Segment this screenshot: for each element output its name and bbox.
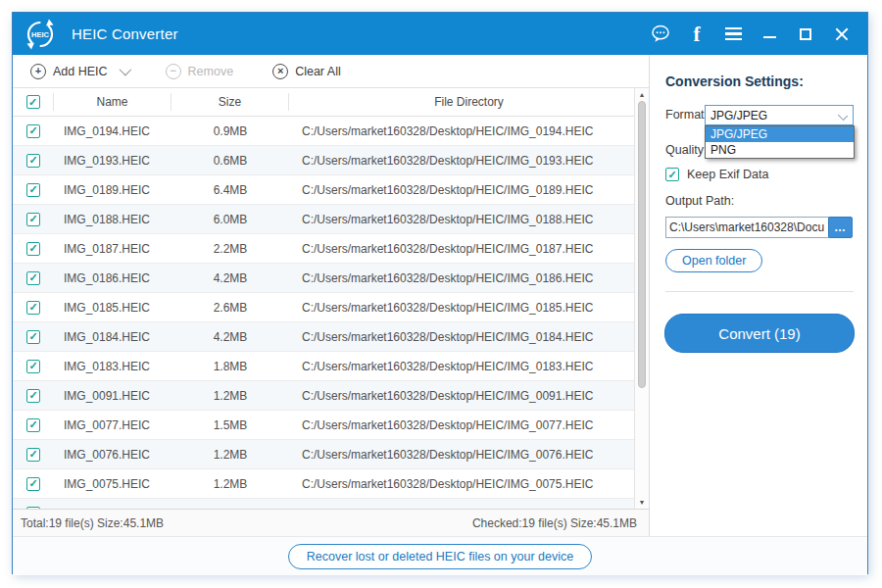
output-path-input[interactable] <box>665 217 829 238</box>
file-name: IMG_0193.HEIC <box>54 154 172 168</box>
table-row[interactable]: ✓ IMG_0188.HEIC 6.0MB C:/Users/market160… <box>13 205 649 234</box>
row-checkbox[interactable]: ✓ <box>26 124 40 138</box>
select-all-checkbox[interactable]: ✓ <box>26 95 40 109</box>
recover-files-button[interactable]: Recover lost or deleted HEIC files on yo… <box>288 544 592 569</box>
open-folder-button[interactable]: Open folder <box>665 249 762 272</box>
row-checkbox[interactable]: ✓ <box>26 448 40 462</box>
row-checkbox[interactable]: ✓ <box>26 183 40 197</box>
row-checkbox[interactable]: ✓ <box>26 360 40 373</box>
row-checkbox[interactable]: ✓ <box>26 213 40 226</box>
table-row[interactable]: ✓ IMG_0185.HEIC 2.6MB C:/Users/market160… <box>13 293 649 322</box>
keep-exif-checkbox[interactable]: ✓ <box>665 168 679 181</box>
file-size: 6.4MB <box>172 183 289 197</box>
remove-button[interactable]: − Remove <box>166 64 234 79</box>
table-row[interactable]: ✓ IMG_0184.HEIC 4.2MB C:/Users/market160… <box>13 322 649 352</box>
minimize-button[interactable] <box>760 24 779 44</box>
file-path: C:/Users/market160328/Desktop/HEIC/IMG_0… <box>289 389 649 403</box>
format-select[interactable]: JPG/JPEG <box>705 105 854 125</box>
browse-button[interactable]: … <box>828 217 853 238</box>
file-size: 1.2MB <box>172 448 289 462</box>
table-row[interactable]: ✓ IMG_0186.HEIC 4.2MB C:/Users/market160… <box>13 264 649 293</box>
table-row[interactable]: ✓ IMG_0194.HEIC 0.9MB C:/Users/market160… <box>13 117 649 146</box>
file-path: C:/Users/market160328/Desktop/HEIC/IMG_0… <box>289 242 649 256</box>
close-icon <box>835 27 849 41</box>
toolbar: + Add HEIC − Remove × Clear All <box>13 55 649 88</box>
column-header-size: Size <box>172 93 289 111</box>
file-size: 0.9MB <box>172 124 289 138</box>
output-path-row: … <box>665 217 853 238</box>
table-row[interactable]: ✓ IMG_0075.HEIC 1.2MB C:/Users/market160… <box>13 469 649 499</box>
convert-button[interactable]: Convert (19) <box>664 314 855 353</box>
scroll-up-icon[interactable]: ▲ <box>635 91 649 98</box>
file-path: C:/Users/market160328/Desktop/HEIC/IMG_0… <box>289 271 649 285</box>
format-option-png[interactable]: PNG <box>706 142 854 158</box>
row-checkbox[interactable]: ✓ <box>26 271 40 285</box>
file-size: 1.2MB <box>172 389 289 403</box>
status-checked: Checked:19 file(s) Size:45.1MB <box>472 516 637 530</box>
file-path: C:/Users/market160328/Desktop/HEIC/IMG_0… <box>289 124 649 138</box>
clear-all-icon: × <box>272 64 288 79</box>
footer-bar: Recover lost or deleted HEIC files on yo… <box>13 536 867 575</box>
format-option-jpg[interactable]: JPG/JPEG <box>706 126 854 142</box>
table-row[interactable]: ✓ IMG_0189.HEIC 6.4MB C:/Users/market160… <box>13 175 649 205</box>
file-path: C:/Users/market160328/Desktop/HEIC/IMG_0… <box>289 154 649 168</box>
output-path-label: Output Path: <box>665 191 734 212</box>
maximize-button[interactable] <box>796 24 815 44</box>
row-checkbox[interactable]: ✓ <box>26 389 40 403</box>
facebook-icon[interactable]: f <box>687 24 707 44</box>
table-row[interactable]: ✓ IMG_0076.HEIC 1.2MB C:/Users/market160… <box>13 440 649 469</box>
keep-exif-label: Keep Exif Data <box>687 168 768 181</box>
add-heic-button[interactable]: + Add HEIC <box>30 64 108 79</box>
panel-divider <box>665 291 854 292</box>
keep-exif-row: ✓ Keep Exif Data <box>665 168 768 181</box>
file-table-body: ✓ IMG_0194.HEIC 0.9MB C:/Users/market160… <box>13 117 649 509</box>
file-name: IMG_0183.HEIC <box>54 360 172 373</box>
row-checkbox[interactable]: ✓ <box>26 301 40 315</box>
row-checkbox[interactable]: ✓ <box>26 477 40 491</box>
table-row[interactable]: ✓ IMG_0091.HEIC 1.2MB C:/Users/market160… <box>13 381 649 411</box>
file-name: IMG_0076.HEIC <box>54 448 172 462</box>
add-heic-chevron-down-icon[interactable] <box>119 64 131 76</box>
file-size: 0.6MB <box>172 154 289 168</box>
file-name: IMG_0075.HEIC <box>54 477 172 491</box>
file-size: 2.6MB <box>172 301 289 315</box>
row-checkbox[interactable]: ✓ <box>26 507 40 510</box>
column-header-name: Name <box>54 93 172 111</box>
format-label: Format: <box>665 105 708 125</box>
scrollbar-thumb[interactable] <box>638 101 646 388</box>
clear-all-button[interactable]: × Clear All <box>272 64 341 79</box>
table-row[interactable]: ✓ IMG_0187.HEIC 2.2MB C:/Users/market160… <box>13 234 649 264</box>
clear-all-label: Clear All <box>295 65 341 78</box>
file-path: C:/Users/market160328/Desktop/HEIC/IMG_0… <box>289 213 649 226</box>
format-selected-value: JPG/JPEG <box>710 109 767 122</box>
menu-icon[interactable] <box>723 24 743 44</box>
vertical-scrollbar[interactable]: ▲ ▼ <box>634 88 649 509</box>
remove-label: Remove <box>188 65 234 78</box>
file-name: IMG_0091.HEIC <box>54 389 172 403</box>
file-size: 4.2MB <box>172 330 289 344</box>
table-row[interactable]: ✓ IMG_0077.HEIC 1.5MB C:/Users/market160… <box>13 411 649 440</box>
row-checkbox[interactable]: ✓ <box>26 418 40 432</box>
scroll-down-icon[interactable]: ▼ <box>635 499 649 506</box>
column-header-directory: File Directory <box>289 93 649 111</box>
row-checkbox[interactable]: ✓ <box>26 242 40 256</box>
feedback-icon[interactable] <box>651 24 670 44</box>
file-size: 4.2MB <box>172 271 289 285</box>
add-icon: + <box>30 64 46 79</box>
svg-text:HEIC: HEIC <box>31 30 50 39</box>
row-checkbox[interactable]: ✓ <box>26 330 40 344</box>
add-heic-label: Add HEIC <box>53 65 108 78</box>
file-list-pane: + Add HEIC − Remove × Clear All ✓ <box>13 55 649 536</box>
remove-icon: − <box>166 64 181 79</box>
app-window: HEIC HEIC Converter f <box>12 12 868 574</box>
file-size: 1.2MB <box>172 477 289 491</box>
table-row[interactable]: ✓ IMG_0193.HEIC 0.6MB C:/Users/market160… <box>13 146 649 175</box>
row-checkbox[interactable]: ✓ <box>26 154 40 168</box>
file-name: IMG_0186.HEIC <box>54 271 172 285</box>
table-row[interactable]: ✓ <box>13 499 649 509</box>
close-button[interactable] <box>832 24 852 44</box>
file-name: IMG_0185.HEIC <box>54 301 172 315</box>
file-size: 1.5MB <box>172 418 289 432</box>
table-row[interactable]: ✓ IMG_0183.HEIC 1.8MB C:/Users/market160… <box>13 352 649 381</box>
file-size: 2.2MB <box>172 242 289 256</box>
